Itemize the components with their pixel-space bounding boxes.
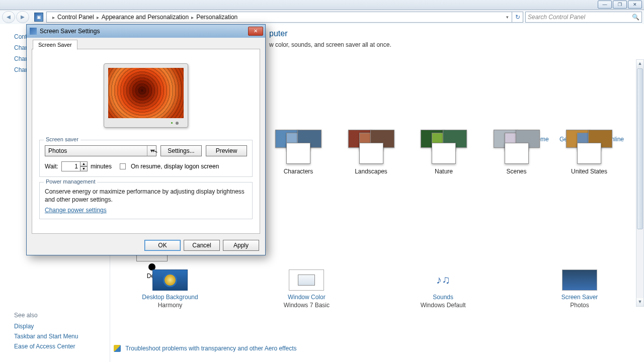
screensaver-preview-monitor bbox=[104, 63, 188, 128]
see-also-taskbar[interactable]: Taskbar and Start Menu bbox=[14, 333, 78, 340]
theme-scenes[interactable]: Scenes bbox=[484, 130, 549, 175]
breadcrumb-level2[interactable]: Personalization bbox=[196, 14, 237, 21]
dialog-titlebar[interactable]: Screen Saver Settings ✕ bbox=[27, 25, 265, 38]
wait-input[interactable] bbox=[61, 161, 80, 171]
control-panel-icon: ▣ bbox=[34, 13, 43, 22]
shield-icon bbox=[114, 345, 121, 352]
dialog-body: Screen saver Photos ▼ ↖ Settings... Prev… bbox=[32, 49, 260, 234]
search-input[interactable]: Search Control Panel 🔍 bbox=[525, 12, 642, 23]
dialog-close-button[interactable]: ✕ bbox=[248, 27, 263, 36]
sounds-icon: ♪♫ bbox=[426, 269, 461, 291]
sidebar-account-picture[interactable]: Change your account picture bbox=[14, 66, 26, 73]
minutes-label: minutes bbox=[91, 163, 112, 170]
resume-checkbox[interactable] bbox=[120, 163, 126, 169]
tab-screen-saver[interactable]: Screen Saver bbox=[33, 40, 77, 50]
window-color-icon bbox=[289, 269, 324, 291]
close-window-button[interactable]: ✕ bbox=[628, 1, 642, 9]
see-also-ease[interactable]: Ease of Access Center bbox=[14, 343, 78, 350]
screensaver-fieldset: Screen saver Photos ▼ ↖ Settings... Prev… bbox=[39, 140, 253, 177]
see-also-display[interactable]: Display bbox=[14, 323, 78, 330]
scroll-up-icon[interactable]: ▲ bbox=[636, 60, 643, 68]
spin-down-icon[interactable]: ▼ bbox=[80, 166, 88, 171]
see-also-header: See also bbox=[14, 312, 78, 319]
spin-up-icon[interactable]: ▲ bbox=[80, 161, 88, 166]
sidebar-mouse-pointers[interactable]: Change mouse pointers bbox=[14, 55, 26, 62]
settings-button[interactable]: Settings... bbox=[160, 145, 202, 156]
sounds-tile[interactable]: ♪♫ Sounds Windows Default bbox=[393, 269, 494, 309]
dialog-title: Screen Saver Settings bbox=[40, 28, 100, 35]
theme-landscapes[interactable]: Landscapes bbox=[339, 130, 404, 175]
apply-button[interactable]: Apply bbox=[223, 240, 259, 251]
forward-button[interactable]: ► bbox=[16, 11, 29, 23]
preview-button[interactable]: Preview bbox=[206, 145, 247, 156]
back-button[interactable]: ◄ bbox=[2, 11, 15, 23]
troubleshoot-link[interactable]: Troubleshoot problems with transparency … bbox=[114, 344, 297, 352]
search-icon[interactable]: 🔍 bbox=[632, 14, 639, 21]
sidebar-home[interactable]: Control Panel Home bbox=[14, 33, 26, 40]
ok-button[interactable]: OK bbox=[144, 240, 181, 251]
theme-nature[interactable]: Nature bbox=[411, 130, 476, 175]
screen-saver-icon bbox=[562, 269, 597, 291]
screen-saver-tile[interactable]: Screen Saver Photos bbox=[529, 269, 630, 309]
wait-spinner[interactable]: ▲ ▼ bbox=[61, 161, 88, 171]
window-color-tile[interactable]: Window Color Windows 7 Basic bbox=[256, 269, 357, 309]
power-management-text: Conserve energy or maximize performance … bbox=[45, 188, 247, 204]
window-titlebar: — ❐ ✕ bbox=[0, 0, 644, 10]
wait-label: Wait: bbox=[45, 163, 58, 170]
cancel-button[interactable]: Cancel bbox=[184, 240, 220, 251]
breadcrumb-root[interactable]: Control Panel bbox=[57, 14, 94, 21]
sidebar-desktop-icons[interactable]: Change desktop icons bbox=[14, 44, 26, 51]
themes-row: Characters Landscapes Nature Scenes Unit… bbox=[266, 130, 622, 175]
resume-label: On resume, display logon screen bbox=[131, 163, 219, 170]
nav-toolbar: ◄ ► ▣ ▸ Control Panel ▸ Appearance and P… bbox=[0, 10, 644, 24]
breadcrumb-level1[interactable]: Appearance and Personalization bbox=[102, 14, 189, 21]
search-placeholder: Search Control Panel bbox=[528, 14, 585, 21]
scroll-thumb[interactable] bbox=[637, 68, 643, 229]
desktop-background-tile[interactable]: Desktop Background Harmony bbox=[120, 269, 220, 309]
maximize-button[interactable]: ❐ bbox=[613, 1, 627, 9]
main-scrollbar[interactable]: ▲ ▼ bbox=[636, 59, 644, 307]
dialog-footer: OK Cancel Apply bbox=[27, 236, 265, 255]
minimize-button[interactable]: — bbox=[598, 1, 612, 9]
desktop-background-icon bbox=[152, 269, 188, 291]
screensaver-preview-image bbox=[108, 68, 184, 118]
address-dropdown-icon[interactable]: ▾ bbox=[506, 15, 509, 20]
bottom-settings-row: Desktop Background Harmony Window Color … bbox=[120, 269, 630, 309]
refresh-button[interactable]: ↻ bbox=[512, 12, 523, 23]
screen-saver-dialog: Screen Saver Settings ✕ Screen Saver Scr… bbox=[26, 24, 266, 255]
scroll-down-icon[interactable]: ▼ bbox=[636, 298, 643, 306]
address-breadcrumb[interactable]: ▸ Control Panel ▸ Appearance and Persona… bbox=[46, 12, 512, 23]
screensaver-select[interactable]: Photos ▼ ↖ bbox=[45, 145, 156, 156]
change-power-settings-link[interactable]: Change power settings bbox=[45, 207, 247, 214]
theme-characters[interactable]: Characters bbox=[266, 130, 331, 175]
dialog-icon bbox=[30, 28, 37, 35]
power-management-fieldset: Power management Conserve energy or maxi… bbox=[39, 182, 253, 219]
theme-united-states[interactable]: United States bbox=[556, 130, 622, 175]
